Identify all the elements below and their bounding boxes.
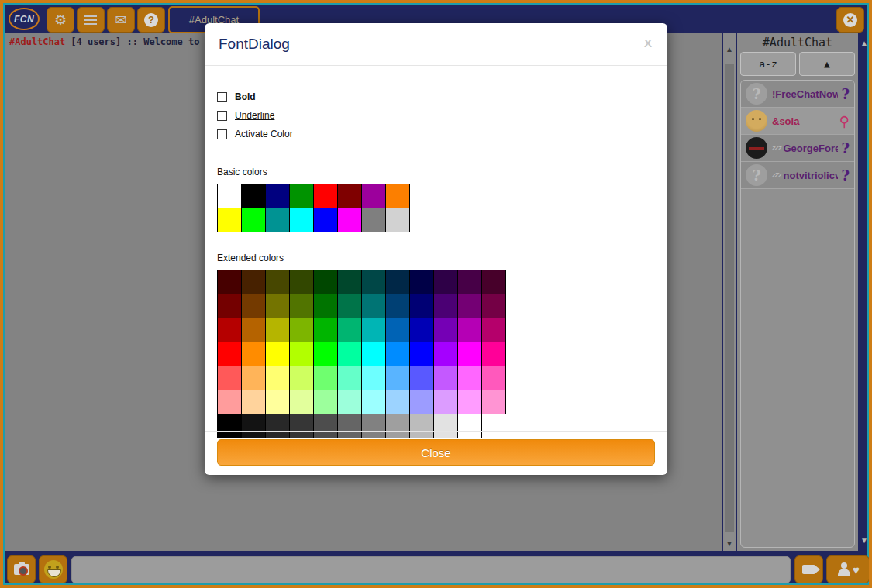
color-swatch[interactable] xyxy=(337,208,362,232)
color-swatch[interactable] xyxy=(289,184,314,208)
color-swatch[interactable] xyxy=(433,390,458,414)
color-swatch[interactable] xyxy=(265,390,290,414)
color-swatch[interactable] xyxy=(481,318,506,342)
color-swatch[interactable] xyxy=(337,390,362,414)
color-swatch[interactable] xyxy=(241,366,266,390)
dialog-close-x-button[interactable]: X xyxy=(644,36,652,50)
color-swatch[interactable] xyxy=(337,294,362,318)
color-swatch[interactable] xyxy=(361,294,386,318)
color-swatch[interactable] xyxy=(361,342,386,366)
color-swatch[interactable] xyxy=(433,366,458,390)
checkbox-underline[interactable] xyxy=(217,111,227,121)
user-row[interactable]: ?zZznotvitriolicv? xyxy=(741,162,854,189)
color-swatch[interactable] xyxy=(409,294,434,318)
color-swatch[interactable] xyxy=(289,318,314,342)
color-swatch[interactable] xyxy=(361,208,386,232)
color-swatch[interactable] xyxy=(361,318,386,342)
color-swatch[interactable] xyxy=(385,184,410,208)
color-swatch[interactable] xyxy=(217,184,242,208)
user-row[interactable]: ?!FreeChatNow? xyxy=(741,81,854,108)
color-swatch[interactable] xyxy=(481,390,506,414)
color-swatch[interactable] xyxy=(313,184,338,208)
close-room-button[interactable]: ✕ xyxy=(836,7,864,33)
color-swatch[interactable] xyxy=(409,390,434,414)
color-swatch[interactable] xyxy=(313,390,338,414)
emoji-button[interactable] xyxy=(39,555,67,583)
color-swatch[interactable] xyxy=(433,294,458,318)
color-swatch[interactable] xyxy=(265,318,290,342)
color-swatch[interactable] xyxy=(289,208,314,232)
color-swatch[interactable] xyxy=(265,294,290,318)
user-row[interactable]: zZzGeorgeFore...? xyxy=(741,135,854,162)
chat-scrollbar-thumb[interactable] xyxy=(725,64,734,532)
color-swatch[interactable] xyxy=(289,294,314,318)
color-swatch[interactable] xyxy=(241,270,266,294)
webcam-button[interactable] xyxy=(7,555,36,583)
scroll-down-icon[interactable]: ▼ xyxy=(723,538,736,549)
color-swatch[interactable] xyxy=(385,318,410,342)
color-swatch[interactable] xyxy=(337,270,362,294)
color-swatch[interactable] xyxy=(217,294,242,318)
color-swatch[interactable] xyxy=(409,318,434,342)
settings-button[interactable]: ⚙ xyxy=(47,7,74,33)
checkbox-label-bold[interactable]: Bold xyxy=(235,91,256,102)
sort-az-button[interactable]: a-z xyxy=(740,52,796,76)
color-swatch[interactable] xyxy=(433,318,458,342)
color-swatch[interactable] xyxy=(337,318,362,342)
color-swatch[interactable] xyxy=(481,294,506,318)
color-swatch[interactable] xyxy=(457,294,482,318)
color-swatch[interactable] xyxy=(241,184,266,208)
color-swatch[interactable] xyxy=(289,270,314,294)
chat-scrollbar[interactable]: ▲ ▼ xyxy=(723,33,736,551)
color-swatch[interactable] xyxy=(409,270,434,294)
color-swatch[interactable] xyxy=(217,208,242,232)
color-swatch[interactable] xyxy=(241,342,266,366)
color-swatch[interactable] xyxy=(241,390,266,414)
sidebar-scrollbar[interactable]: ▲ ▼ xyxy=(859,33,870,551)
color-swatch[interactable] xyxy=(313,342,338,366)
color-swatch[interactable] xyxy=(313,208,338,232)
color-swatch[interactable] xyxy=(385,342,410,366)
color-swatch[interactable] xyxy=(361,184,386,208)
color-swatch[interactable] xyxy=(217,390,242,414)
color-swatch[interactable] xyxy=(385,294,410,318)
color-swatch[interactable] xyxy=(337,184,362,208)
color-swatch[interactable] xyxy=(433,342,458,366)
checkbox-label-underline[interactable]: Underline xyxy=(235,110,274,121)
help-button[interactable]: ? xyxy=(137,7,165,33)
color-swatch[interactable] xyxy=(457,390,482,414)
color-swatch[interactable] xyxy=(265,208,290,232)
color-swatch[interactable] xyxy=(217,366,242,390)
scroll-up-icon[interactable]: ▲ xyxy=(723,44,736,55)
color-swatch[interactable] xyxy=(241,208,266,232)
scroll-down-icon[interactable]: ▼ xyxy=(859,535,870,546)
color-swatch[interactable] xyxy=(385,390,410,414)
color-swatch[interactable] xyxy=(409,342,434,366)
color-swatch[interactable] xyxy=(481,270,506,294)
close-button[interactable]: Close xyxy=(217,439,655,466)
color-swatch[interactable] xyxy=(313,270,338,294)
color-swatch[interactable] xyxy=(337,342,362,366)
color-swatch[interactable] xyxy=(361,366,386,390)
user-row[interactable]: &sola♀ xyxy=(741,108,854,135)
color-swatch[interactable] xyxy=(457,318,482,342)
checkbox-label-activate-color[interactable]: Activate Color xyxy=(235,129,293,139)
color-swatch[interactable] xyxy=(289,342,314,366)
color-swatch[interactable] xyxy=(457,366,482,390)
color-swatch[interactable] xyxy=(385,366,410,390)
color-swatch[interactable] xyxy=(265,184,290,208)
color-swatch[interactable] xyxy=(289,390,314,414)
color-swatch[interactable] xyxy=(313,366,338,390)
color-swatch[interactable] xyxy=(217,342,242,366)
color-swatch[interactable] xyxy=(409,366,434,390)
color-swatch[interactable] xyxy=(361,270,386,294)
messages-button[interactable]: ✉ xyxy=(107,7,135,33)
color-swatch[interactable] xyxy=(265,342,290,366)
color-swatch[interactable] xyxy=(481,366,506,390)
color-swatch[interactable] xyxy=(481,342,506,366)
color-swatch[interactable] xyxy=(241,294,266,318)
color-swatch[interactable] xyxy=(433,270,458,294)
message-input[interactable] xyxy=(71,556,791,583)
color-swatch[interactable] xyxy=(361,390,386,414)
color-swatch[interactable] xyxy=(385,270,410,294)
